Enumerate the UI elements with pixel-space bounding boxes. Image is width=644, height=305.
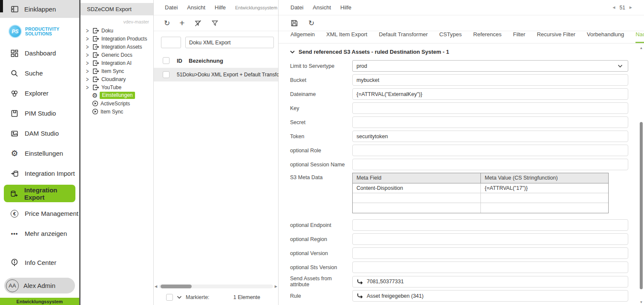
tab-cstypes[interactable]: CSTypes: [439, 31, 462, 43]
user-name: Alex Admin: [23, 282, 55, 289]
scroll-right-icon[interactable]: ▶: [273, 285, 277, 288]
tree-item-item-sync[interactable]: > Item Sync: [86, 67, 153, 75]
footer-checkbox[interactable]: [166, 294, 173, 301]
tab-nachbehandlung[interactable]: Nachbehandlung: [635, 31, 644, 43]
user-menu[interactable]: AA Alex Admin: [4, 278, 75, 293]
detail-menu-bar: Datei Ansicht Hilfe ◀ 51 ▶: [279, 0, 644, 15]
endpoint-input[interactable]: [352, 219, 628, 231]
meta-field-cell[interactable]: [353, 193, 481, 203]
sidebar-item-integration-export[interactable]: Integration Export: [4, 185, 75, 202]
tree-item-youtube[interactable]: > YouTube: [86, 83, 153, 91]
tree-item-integration-products[interactable]: > Integration Products: [86, 35, 153, 43]
tab-xml-item-export[interactable]: XML Item Export: [326, 31, 367, 43]
sidebar-item-price-management[interactable]: € Price Management: [0, 203, 79, 224]
secret-input[interactable]: [352, 116, 628, 128]
bucket-input[interactable]: [352, 74, 628, 86]
dateiname-input[interactable]: [352, 88, 628, 100]
token-input[interactable]: [352, 131, 628, 142]
meta-field-cell[interactable]: [353, 203, 481, 213]
region-input[interactable]: [352, 233, 628, 245]
row-checkbox[interactable]: [163, 71, 170, 78]
hscroll-thumb[interactable]: [161, 285, 192, 288]
tab-default-transformer[interactable]: Default Transformer: [379, 31, 428, 43]
clear-filter-button[interactable]: [194, 20, 202, 27]
sidebar-item-mehr-anzeigen[interactable]: ••• Mehr anzeigen: [0, 224, 79, 244]
vertical-scrollbar[interactable]: ▲ ▼: [639, 46, 644, 305]
tree-item-integration-ai[interactable]: > Integration AI: [86, 59, 153, 67]
chevron-right-icon[interactable]: >: [86, 84, 90, 90]
send-assets-attribute-picker[interactable]: 7081,50377331: [352, 276, 628, 288]
section-header[interactable]: Send referenced S3 Assets - ruled Destin…: [290, 49, 628, 55]
sidebar-item-pim-studio[interactable]: PIM Studio: [0, 103, 79, 123]
tab-vorbehandlung[interactable]: Vorbehandlung: [587, 31, 624, 43]
meta-value-cell[interactable]: [481, 193, 608, 203]
role-input[interactable]: [352, 145, 628, 156]
sidebar-item-explorer[interactable]: Explorer: [0, 83, 79, 103]
tree-item-einstellungen[interactable]: ⚙ Einstellungen: [86, 91, 153, 99]
filter-button[interactable]: [211, 20, 218, 26]
tree-item-activescripts[interactable]: ActiveScripts: [86, 99, 153, 107]
menu-hilfe[interactable]: Hilfe: [340, 4, 351, 11]
key-input[interactable]: [352, 102, 628, 114]
row-name: Doku>Doku XML Export + Default Transform…: [183, 72, 290, 78]
scroll-up-icon[interactable]: ▲: [640, 46, 643, 50]
export-doc-icon: [92, 52, 99, 58]
select-all-checkbox[interactable]: [163, 57, 170, 64]
save-button[interactable]: [290, 19, 298, 27]
vscroll-thumb[interactable]: [640, 122, 643, 289]
menu-ansicht[interactable]: Ansicht: [187, 4, 205, 11]
sidebar-item-dam-studio[interactable]: DAM Studio: [0, 123, 79, 143]
scroll-down-icon[interactable]: ▼: [640, 300, 643, 305]
chevron-right-icon[interactable]: >: [86, 35, 90, 42]
tab-allgemein[interactable]: Allgemein: [290, 31, 315, 43]
meta-value-column: Meta Value (CS Stringfunction): [481, 173, 608, 183]
tree-item-integration-assets[interactable]: > Integration Assets: [86, 43, 153, 51]
menu-datei[interactable]: Datei: [165, 4, 178, 11]
tree-item-cloudinary[interactable]: > Cloudinary: [86, 75, 153, 83]
chevron-right-icon[interactable]: >: [86, 68, 90, 74]
refresh-button[interactable]: ↻: [164, 20, 170, 27]
sidebar-item-dashboard[interactable]: Dashboard: [0, 43, 79, 63]
sidebar-item-integration-import[interactable]: Integration Import: [0, 163, 79, 183]
horizontal-scrollbar[interactable]: ◀ ▶: [155, 283, 277, 289]
tab-filter[interactable]: Filter: [513, 31, 526, 43]
sidebar-item-info-center[interactable]: Info Center: [0, 253, 79, 273]
pager-prev-icon[interactable]: ◀: [612, 6, 615, 9]
menu-hilfe[interactable]: Hilfe: [215, 4, 226, 11]
menu-datei[interactable]: Datei: [290, 4, 303, 11]
sidebar-item-einstellungen[interactable]: ⚙ Einstellungen: [0, 143, 79, 163]
export-tree-panel: SDZeCOM Export vdev-master > Doku > Inte…: [80, 0, 154, 305]
tab-recursive-filter[interactable]: Recursive Filter: [537, 31, 575, 43]
tree-item-generic-docs[interactable]: > Generic Docs: [86, 51, 153, 59]
servertype-select[interactable]: prod: [352, 60, 628, 72]
pager-next-icon[interactable]: ▶: [630, 6, 632, 9]
scroll-left-icon[interactable]: ◀: [155, 285, 159, 288]
chevron-right-icon[interactable]: >: [86, 52, 90, 58]
search-input[interactable]: [185, 37, 274, 48]
session-name-input[interactable]: [352, 159, 628, 170]
brand-logo[interactable]: PS PRODUCTIVITY SOLUTIONS: [0, 18, 79, 40]
table-row[interactable]: 51 Doku>Doku XML Export + Default Transf…: [154, 68, 278, 81]
add-button[interactable]: +: [179, 19, 184, 27]
chevron-right-icon[interactable]: >: [86, 76, 90, 82]
meta-field-cell[interactable]: Content-Disposition: [353, 183, 481, 193]
chevron-down-icon[interactable]: [177, 296, 182, 299]
chevron-right-icon[interactable]: >: [86, 27, 90, 34]
tree-item-doku[interactable]: > Doku: [86, 26, 153, 35]
sidebar-collapse-button[interactable]: Einklappen: [0, 0, 79, 18]
sidebar-item-suche[interactable]: Suche: [0, 63, 79, 83]
refresh-button[interactable]: ↻: [308, 20, 314, 27]
vscroll-track[interactable]: [639, 50, 643, 300]
tree-item-item-sync-2[interactable]: Item Sync: [86, 107, 153, 116]
meta-value-cell[interactable]: {=ATTRVAL("17")}: [481, 183, 608, 193]
chevron-right-icon[interactable]: >: [86, 44, 90, 50]
hscroll-track[interactable]: [159, 285, 273, 288]
sts-version-input[interactable]: [352, 261, 628, 273]
id-filter-input[interactable]: [161, 37, 181, 48]
chevron-right-icon[interactable]: >: [86, 60, 90, 66]
tab-references[interactable]: References: [473, 31, 501, 43]
meta-value-cell[interactable]: [481, 203, 608, 213]
version-input[interactable]: [352, 247, 628, 259]
menu-ansicht[interactable]: Ansicht: [313, 4, 331, 11]
rule-picker[interactable]: Asset freigegeben (341): [352, 290, 628, 302]
